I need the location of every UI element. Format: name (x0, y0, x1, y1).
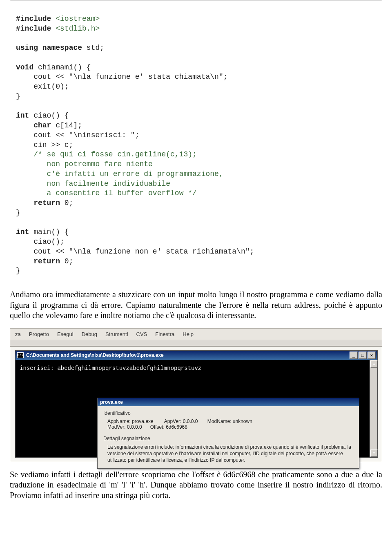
code-line: } (16, 92, 20, 100)
code-line: /* se qui ci fosse cin.getline(c,13); (16, 150, 197, 158)
dialog-details-text: La segnalazione errori include: informaz… (107, 444, 353, 464)
menu-item-za[interactable]: za (13, 330, 22, 338)
dialog-titlebar[interactable]: prova.exe (98, 398, 359, 406)
code-line: cout << "\nla funzione e' stata chiamata… (16, 73, 227, 81)
code-line: } (16, 209, 20, 217)
code-line: void chiamami() { (16, 63, 91, 71)
code-line: return 0; (16, 199, 73, 207)
code-line: #include <iostream> (16, 15, 100, 23)
dialog-body: Identificativo AppName: prova.exe AppVer… (98, 406, 359, 469)
scroll-down-icon[interactable]: ▼ (370, 450, 378, 457)
menu-item-progetto[interactable]: Progetto (27, 330, 51, 338)
scroll-up-icon[interactable]: ▲ (370, 361, 378, 368)
menu-item-debug[interactable]: Debug (80, 330, 99, 338)
code-line: non potremmo fare niente (16, 160, 153, 168)
toolbar-strip (10, 340, 382, 347)
console-area: C:\ C:\Documents and Settings\nixs\Deskt… (10, 347, 382, 462)
menu-item-help[interactable]: Help (181, 330, 195, 338)
code-line: a consentire il buffer overflow */ (16, 189, 197, 197)
code-line: } (16, 267, 20, 275)
error-dialog: prova.exe Identificativo AppName: prova.… (97, 398, 359, 469)
console-scrollbar[interactable]: ▲ ▼ (370, 360, 377, 457)
console-body: inserisci: abcdefghilmnopqrstuvzabcdefgh… (16, 360, 377, 457)
dialog-section-dettagli: Dettagli segnalazione (103, 436, 353, 441)
code-line: cin >> c; (16, 141, 73, 149)
console-output-line: inserisci: abcdefghilmnopqrstuvzabcdefgh… (20, 365, 375, 372)
dialog-section-identificativo: Identificativo (103, 410, 353, 416)
menu-item-strumenti[interactable]: Strumenti (104, 330, 130, 338)
console-title: C:\Documents and Settings\nixs\Desktop\b… (26, 352, 164, 358)
code-line: int ciao() { (16, 111, 69, 120)
code-line: c'è infatti un errore di programmazione, (16, 170, 223, 178)
menu-item-finestra[interactable]: Finestra (154, 330, 176, 338)
code-line: exit(0); (16, 82, 69, 91)
code-line: int main() { (16, 228, 69, 236)
code-line: #include <stdlib.h> (16, 24, 100, 33)
close-button[interactable]: × (368, 352, 376, 359)
cmd-icon: C:\ (17, 352, 24, 358)
menu-item-cvs[interactable]: CVS (135, 330, 149, 338)
code-line: return 0; (16, 257, 73, 265)
console-titlebar[interactable]: C:\ C:\Documents and Settings\nixs\Deskt… (16, 351, 377, 360)
dialog-id-row: ModVer: 0.0.0.0 Offset: 6d6c6968 (107, 424, 353, 430)
ide-screenshot: za Progetto Esegui Debug Strumenti CVS F… (10, 328, 382, 462)
console-window: C:\ C:\Documents and Settings\nixs\Deskt… (15, 350, 378, 458)
dialog-id-row: AppName: prova.exe AppVer: 0.0.0.0 ModNa… (107, 418, 353, 424)
code-line: char c[14]; (16, 121, 82, 129)
code-listing: #include <iostream> #include <stdlib.h> … (10, 0, 382, 282)
menu-item-esegui[interactable]: Esegui (56, 330, 75, 338)
paragraph-intro: Andiamo ora immediatamente a stuzzicare … (10, 289, 382, 321)
maximize-button[interactable]: □ (359, 352, 367, 359)
code-line: cout << "\nla funzione non e' stata rich… (16, 247, 254, 256)
code-line: non facilmente individuabile (16, 180, 170, 188)
paragraph-conclusion: Se vediamo infatti i dettagli dell'error… (10, 470, 382, 501)
code-line: using namespace std; (16, 44, 104, 52)
code-line: ciao(); (16, 238, 65, 246)
minimize-button[interactable]: _ (350, 352, 358, 359)
menu-bar: za Progetto Esegui Debug Strumenti CVS F… (10, 329, 382, 340)
code-line: cout << "\ninserisci: "; (16, 131, 139, 139)
